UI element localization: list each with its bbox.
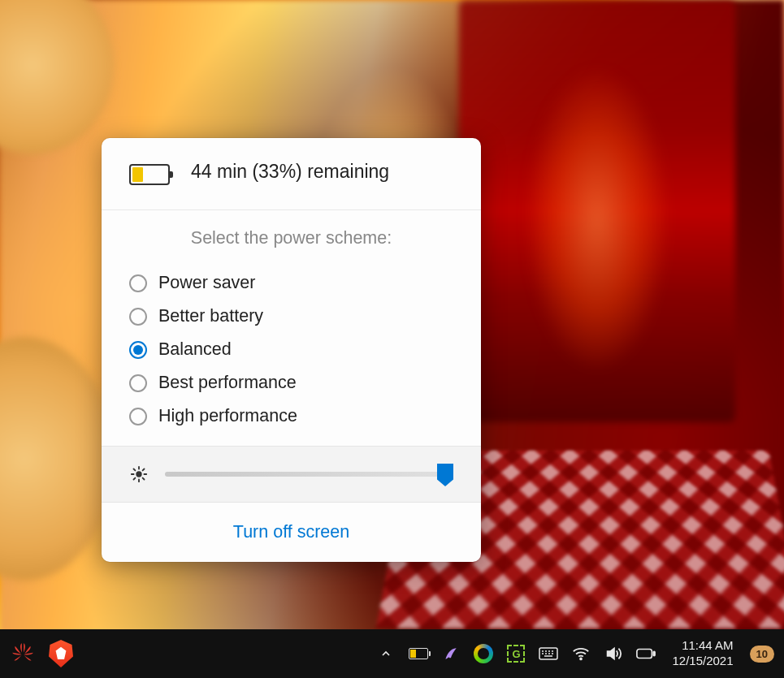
wifi-icon[interactable] xyxy=(571,644,591,663)
clock-time: 11:44 AM xyxy=(672,638,733,654)
feather-app-icon[interactable] xyxy=(441,644,461,663)
brave-browser-icon[interactable] xyxy=(49,640,73,667)
power-scheme-option-balanced[interactable]: Balanced xyxy=(129,333,453,366)
power-scheme-label-text: Balanced xyxy=(158,339,232,360)
power-scheme-label-text: Power saver xyxy=(158,273,256,293)
radio-icon[interactable] xyxy=(129,308,147,326)
power-scheme-label-text: High performance xyxy=(158,406,297,426)
svg-line-7 xyxy=(133,478,135,480)
svg-marker-20 xyxy=(608,649,614,659)
svg-point-19 xyxy=(581,659,583,660)
power-scheme-option-high-performance[interactable]: High performance xyxy=(129,399,453,433)
taskbar: G 11:44 AM 12/15/2021 10 xyxy=(0,629,784,678)
clock-date: 12/15/2021 xyxy=(672,654,733,669)
battery-status-text: 44 min (33%) remaining xyxy=(191,161,389,183)
wallpaper-decor xyxy=(524,65,670,374)
brightness-icon xyxy=(129,464,149,484)
volume-icon[interactable] xyxy=(604,644,623,663)
turn-off-screen-button[interactable]: Turn off screen xyxy=(102,503,481,562)
notification-badge[interactable]: 10 xyxy=(750,646,774,663)
power-scheme-section: Select the power scheme: Power saverBett… xyxy=(102,210,481,446)
radio-icon[interactable] xyxy=(129,341,147,359)
brightness-section xyxy=(102,446,481,503)
battery-flyout: 44 min (33%) remaining Select the power … xyxy=(102,138,481,562)
tray-battery-icon[interactable] xyxy=(409,644,428,663)
g-app-icon[interactable]: G xyxy=(506,644,526,663)
battery-header: 44 min (33%) remaining xyxy=(102,138,481,210)
huawei-app-icon[interactable] xyxy=(11,642,34,665)
svg-line-8 xyxy=(143,469,145,470)
svg-rect-21 xyxy=(637,649,652,658)
radio-icon[interactable] xyxy=(129,374,147,392)
brightness-slider-thumb[interactable] xyxy=(437,464,453,486)
battery-fill xyxy=(132,167,143,182)
power-scheme-option-power-saver[interactable]: Power saver xyxy=(129,266,453,300)
svg-line-5 xyxy=(133,469,135,470)
power-scheme-option-better-battery[interactable]: Better battery xyxy=(129,300,453,333)
power-scheme-option-best-performance[interactable]: Best performance xyxy=(129,366,453,399)
radio-icon[interactable] xyxy=(129,274,147,292)
tray-battery-outline-icon[interactable] xyxy=(636,644,656,663)
brightness-slider[interactable] xyxy=(165,472,453,477)
tray-overflow-chevron-icon[interactable] xyxy=(376,644,396,663)
power-scheme-label: Select the power scheme: xyxy=(129,228,453,248)
svg-point-0 xyxy=(136,471,141,477)
power-scheme-label-text: Better battery xyxy=(158,306,263,326)
svg-rect-22 xyxy=(654,651,656,656)
svg-line-6 xyxy=(143,478,145,480)
radio-icon[interactable] xyxy=(129,408,147,425)
edge-browser-icon[interactable] xyxy=(474,644,493,663)
power-scheme-label-text: Best performance xyxy=(158,373,297,393)
keyboard-icon[interactable] xyxy=(539,644,558,663)
battery-icon xyxy=(129,164,170,185)
taskbar-clock[interactable]: 11:44 AM 12/15/2021 xyxy=(669,638,736,669)
